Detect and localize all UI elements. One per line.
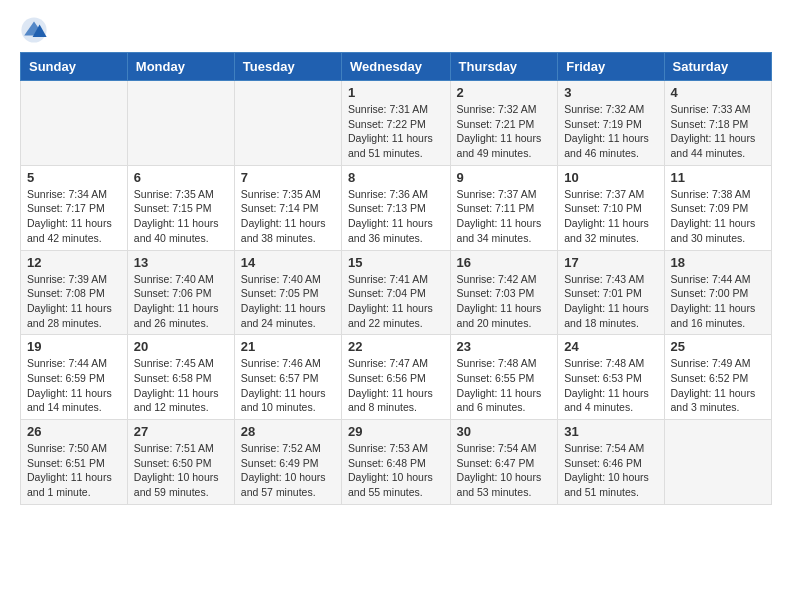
calendar-cell: 20Sunrise: 7:45 AM Sunset: 6:58 PM Dayli…: [127, 335, 234, 420]
day-number: 6: [134, 170, 228, 185]
day-info: Sunrise: 7:54 AM Sunset: 6:46 PM Dayligh…: [564, 441, 657, 500]
calendar-cell: 5Sunrise: 7:34 AM Sunset: 7:17 PM Daylig…: [21, 165, 128, 250]
day-number: 5: [27, 170, 121, 185]
calendar-cell: 31Sunrise: 7:54 AM Sunset: 6:46 PM Dayli…: [558, 420, 664, 505]
day-info: Sunrise: 7:44 AM Sunset: 7:00 PM Dayligh…: [671, 272, 765, 331]
day-number: 7: [241, 170, 335, 185]
calendar-cell: 22Sunrise: 7:47 AM Sunset: 6:56 PM Dayli…: [342, 335, 451, 420]
calendar-cell: 12Sunrise: 7:39 AM Sunset: 7:08 PM Dayli…: [21, 250, 128, 335]
day-info: Sunrise: 7:32 AM Sunset: 7:19 PM Dayligh…: [564, 102, 657, 161]
calendar-cell: 14Sunrise: 7:40 AM Sunset: 7:05 PM Dayli…: [234, 250, 341, 335]
day-number: 11: [671, 170, 765, 185]
calendar-cell: 27Sunrise: 7:51 AM Sunset: 6:50 PM Dayli…: [127, 420, 234, 505]
day-number: 28: [241, 424, 335, 439]
calendar-header-row: SundayMondayTuesdayWednesdayThursdayFrid…: [21, 53, 772, 81]
calendar-cell: 30Sunrise: 7:54 AM Sunset: 6:47 PM Dayli…: [450, 420, 558, 505]
calendar-week-row: 26Sunrise: 7:50 AM Sunset: 6:51 PM Dayli…: [21, 420, 772, 505]
day-number: 25: [671, 339, 765, 354]
day-info: Sunrise: 7:47 AM Sunset: 6:56 PM Dayligh…: [348, 356, 444, 415]
day-number: 29: [348, 424, 444, 439]
calendar-cell: 4Sunrise: 7:33 AM Sunset: 7:18 PM Daylig…: [664, 81, 771, 166]
calendar-cell: 16Sunrise: 7:42 AM Sunset: 7:03 PM Dayli…: [450, 250, 558, 335]
calendar-cell: 25Sunrise: 7:49 AM Sunset: 6:52 PM Dayli…: [664, 335, 771, 420]
day-info: Sunrise: 7:38 AM Sunset: 7:09 PM Dayligh…: [671, 187, 765, 246]
calendar-cell: 28Sunrise: 7:52 AM Sunset: 6:49 PM Dayli…: [234, 420, 341, 505]
header-day-saturday: Saturday: [664, 53, 771, 81]
calendar-cell: 26Sunrise: 7:50 AM Sunset: 6:51 PM Dayli…: [21, 420, 128, 505]
day-number: 12: [27, 255, 121, 270]
header: [20, 16, 772, 44]
calendar-cell: 21Sunrise: 7:46 AM Sunset: 6:57 PM Dayli…: [234, 335, 341, 420]
day-info: Sunrise: 7:35 AM Sunset: 7:15 PM Dayligh…: [134, 187, 228, 246]
day-info: Sunrise: 7:32 AM Sunset: 7:21 PM Dayligh…: [457, 102, 552, 161]
logo: [20, 16, 52, 44]
day-number: 31: [564, 424, 657, 439]
page-container: SundayMondayTuesdayWednesdayThursdayFrid…: [0, 0, 792, 521]
calendar-week-row: 1Sunrise: 7:31 AM Sunset: 7:22 PM Daylig…: [21, 81, 772, 166]
day-info: Sunrise: 7:54 AM Sunset: 6:47 PM Dayligh…: [457, 441, 552, 500]
day-number: 1: [348, 85, 444, 100]
day-info: Sunrise: 7:34 AM Sunset: 7:17 PM Dayligh…: [27, 187, 121, 246]
day-info: Sunrise: 7:50 AM Sunset: 6:51 PM Dayligh…: [27, 441, 121, 500]
calendar-week-row: 12Sunrise: 7:39 AM Sunset: 7:08 PM Dayli…: [21, 250, 772, 335]
day-number: 10: [564, 170, 657, 185]
day-info: Sunrise: 7:40 AM Sunset: 7:06 PM Dayligh…: [134, 272, 228, 331]
day-info: Sunrise: 7:51 AM Sunset: 6:50 PM Dayligh…: [134, 441, 228, 500]
calendar-cell: 23Sunrise: 7:48 AM Sunset: 6:55 PM Dayli…: [450, 335, 558, 420]
calendar-cell: 10Sunrise: 7:37 AM Sunset: 7:10 PM Dayli…: [558, 165, 664, 250]
calendar-cell: [664, 420, 771, 505]
day-number: 4: [671, 85, 765, 100]
day-number: 30: [457, 424, 552, 439]
day-number: 9: [457, 170, 552, 185]
calendar-cell: 2Sunrise: 7:32 AM Sunset: 7:21 PM Daylig…: [450, 81, 558, 166]
header-day-friday: Friday: [558, 53, 664, 81]
day-number: 16: [457, 255, 552, 270]
day-number: 22: [348, 339, 444, 354]
day-number: 24: [564, 339, 657, 354]
day-number: 23: [457, 339, 552, 354]
calendar-week-row: 19Sunrise: 7:44 AM Sunset: 6:59 PM Dayli…: [21, 335, 772, 420]
day-number: 18: [671, 255, 765, 270]
day-number: 8: [348, 170, 444, 185]
calendar-cell: [234, 81, 341, 166]
calendar-week-row: 5Sunrise: 7:34 AM Sunset: 7:17 PM Daylig…: [21, 165, 772, 250]
calendar-cell: [21, 81, 128, 166]
calendar-cell: 11Sunrise: 7:38 AM Sunset: 7:09 PM Dayli…: [664, 165, 771, 250]
day-number: 19: [27, 339, 121, 354]
day-info: Sunrise: 7:36 AM Sunset: 7:13 PM Dayligh…: [348, 187, 444, 246]
header-day-sunday: Sunday: [21, 53, 128, 81]
calendar-cell: 15Sunrise: 7:41 AM Sunset: 7:04 PM Dayli…: [342, 250, 451, 335]
calendar-cell: 8Sunrise: 7:36 AM Sunset: 7:13 PM Daylig…: [342, 165, 451, 250]
calendar-cell: 3Sunrise: 7:32 AM Sunset: 7:19 PM Daylig…: [558, 81, 664, 166]
day-info: Sunrise: 7:33 AM Sunset: 7:18 PM Dayligh…: [671, 102, 765, 161]
calendar-cell: 1Sunrise: 7:31 AM Sunset: 7:22 PM Daylig…: [342, 81, 451, 166]
day-info: Sunrise: 7:31 AM Sunset: 7:22 PM Dayligh…: [348, 102, 444, 161]
calendar-cell: 17Sunrise: 7:43 AM Sunset: 7:01 PM Dayli…: [558, 250, 664, 335]
header-day-monday: Monday: [127, 53, 234, 81]
day-number: 3: [564, 85, 657, 100]
day-info: Sunrise: 7:46 AM Sunset: 6:57 PM Dayligh…: [241, 356, 335, 415]
calendar-cell: 24Sunrise: 7:48 AM Sunset: 6:53 PM Dayli…: [558, 335, 664, 420]
calendar-table: SundayMondayTuesdayWednesdayThursdayFrid…: [20, 52, 772, 505]
day-info: Sunrise: 7:48 AM Sunset: 6:53 PM Dayligh…: [564, 356, 657, 415]
calendar-cell: 6Sunrise: 7:35 AM Sunset: 7:15 PM Daylig…: [127, 165, 234, 250]
calendar-cell: 18Sunrise: 7:44 AM Sunset: 7:00 PM Dayli…: [664, 250, 771, 335]
day-number: 26: [27, 424, 121, 439]
calendar-cell: [127, 81, 234, 166]
day-info: Sunrise: 7:35 AM Sunset: 7:14 PM Dayligh…: [241, 187, 335, 246]
day-info: Sunrise: 7:43 AM Sunset: 7:01 PM Dayligh…: [564, 272, 657, 331]
calendar-cell: 19Sunrise: 7:44 AM Sunset: 6:59 PM Dayli…: [21, 335, 128, 420]
day-info: Sunrise: 7:42 AM Sunset: 7:03 PM Dayligh…: [457, 272, 552, 331]
day-number: 15: [348, 255, 444, 270]
day-number: 13: [134, 255, 228, 270]
day-info: Sunrise: 7:39 AM Sunset: 7:08 PM Dayligh…: [27, 272, 121, 331]
day-number: 27: [134, 424, 228, 439]
day-number: 21: [241, 339, 335, 354]
day-number: 17: [564, 255, 657, 270]
day-info: Sunrise: 7:53 AM Sunset: 6:48 PM Dayligh…: [348, 441, 444, 500]
day-info: Sunrise: 7:41 AM Sunset: 7:04 PM Dayligh…: [348, 272, 444, 331]
header-day-thursday: Thursday: [450, 53, 558, 81]
day-number: 20: [134, 339, 228, 354]
day-info: Sunrise: 7:37 AM Sunset: 7:10 PM Dayligh…: [564, 187, 657, 246]
logo-icon: [20, 16, 48, 44]
